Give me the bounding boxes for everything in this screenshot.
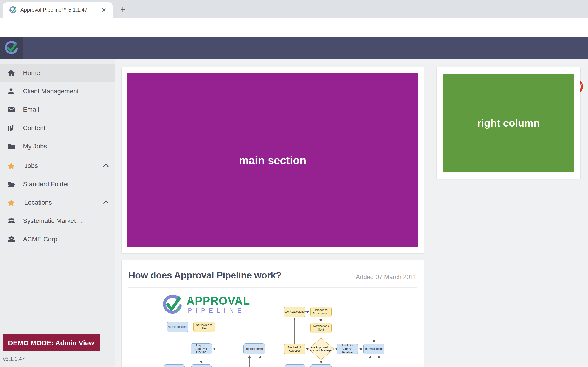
main-section-placeholder: main section <box>128 73 418 247</box>
sidebar-nav: Home Client Management Email Content My … <box>0 59 115 367</box>
folder-open-icon <box>7 180 16 189</box>
flow-node-internal-team: Internal Team <box>243 343 265 354</box>
flow-node-internal-team: Internal Team <box>363 344 384 354</box>
star-icon <box>7 199 16 207</box>
sidebar-item-standard-folder[interactable]: Standard Folder <box>0 175 115 193</box>
approval-pipeline-logo: APPROVAL PIPELINE <box>162 294 281 317</box>
user-icon <box>7 87 16 96</box>
flow-node-notified-rejection: Notified of Rejection <box>284 344 305 354</box>
home-icon <box>7 69 16 77</box>
article-date: Added 07 March 2011 <box>356 274 416 281</box>
sidebar-item-jobs[interactable]: Jobs <box>0 157 115 175</box>
flow-node-notifications: Notifications Sent <box>310 323 332 333</box>
flow-node-login: Login to Approval Pipeline <box>191 343 212 354</box>
logo-word-approval: APPROVAL <box>187 294 250 307</box>
flow-legend-visible: Visible to client <box>167 322 188 332</box>
flow-legend-not-visible: Not visible to client <box>193 322 215 332</box>
article-divider <box>128 287 417 288</box>
sidebar-item-locations[interactable]: Locations <box>0 193 115 212</box>
sidebar-item-acme-corp[interactable]: ACME Corp <box>0 230 115 248</box>
tab-close-icon[interactable]: ✕ <box>100 7 107 14</box>
star-icon <box>7 162 16 170</box>
sidebar-item-home[interactable]: Home <box>0 64 115 82</box>
app-logo[interactable] <box>0 37 23 59</box>
app-header: 4 0 1 RW <box>0 37 588 59</box>
users-icon <box>7 235 16 244</box>
flow-node-partial <box>164 365 185 367</box>
books-icon <box>7 124 16 132</box>
flow-node-uploads: Uploads for Pre Approval <box>310 307 332 317</box>
sidebar-item-email[interactable]: Email <box>0 100 115 119</box>
app-version: v5.1.1.47 <box>3 356 25 362</box>
sidebar-item-client-management[interactable]: Client Management <box>0 82 115 100</box>
flow-node-agency-designer: Agency/Designer <box>284 307 305 317</box>
demo-mode-banner: DEMO MODE: Admin View <box>3 334 100 351</box>
sidebar-divider <box>0 249 115 249</box>
browser-toolbar: demo.approvalpipeline.com/clienthome.htm… <box>0 18 588 37</box>
right-column-card: right column <box>437 67 580 179</box>
envelope-icon <box>7 106 16 114</box>
article-title: How does Approval Pipeline work? <box>128 270 281 281</box>
flow-node-partial <box>191 365 212 367</box>
chevron-up-icon[interactable] <box>103 163 109 168</box>
users-icon <box>7 217 16 225</box>
flow-node-login: Login to Approval Pipeline <box>337 344 358 354</box>
browser-tab[interactable]: Approval Pipeline™ 5.1.1.47 ✕ <box>3 2 112 18</box>
sidebar-item-my-jobs[interactable]: My Jobs <box>0 137 115 156</box>
new-tab-button[interactable]: + <box>117 4 129 16</box>
sidebar-divider <box>0 156 115 156</box>
folder-icon <box>7 142 16 151</box>
main-section-card: main section <box>121 67 424 253</box>
sidebar-item-content[interactable]: Content <box>0 119 115 137</box>
flow-node-partial <box>310 365 332 367</box>
sidebar-item-systematic-market[interactable]: Systematic Market… <box>0 212 115 230</box>
chevron-up-icon[interactable] <box>103 200 109 204</box>
flow-node-pre-approved-decision: Pre Approved by Account Manager <box>308 338 334 360</box>
tab-title: Approval Pipeline™ 5.1.1.47 <box>20 2 87 18</box>
approval-pipeline-favicon <box>9 6 17 14</box>
browser-tab-strip: Approval Pipeline™ 5.1.1.47 ✕ + <box>0 0 588 18</box>
flow-node-partial <box>285 365 305 367</box>
logo-word-pipeline: PIPELINE <box>188 307 245 314</box>
article-card: How does Approval Pipeline work? Added 0… <box>121 260 424 367</box>
right-column-placeholder: right column <box>443 74 574 173</box>
